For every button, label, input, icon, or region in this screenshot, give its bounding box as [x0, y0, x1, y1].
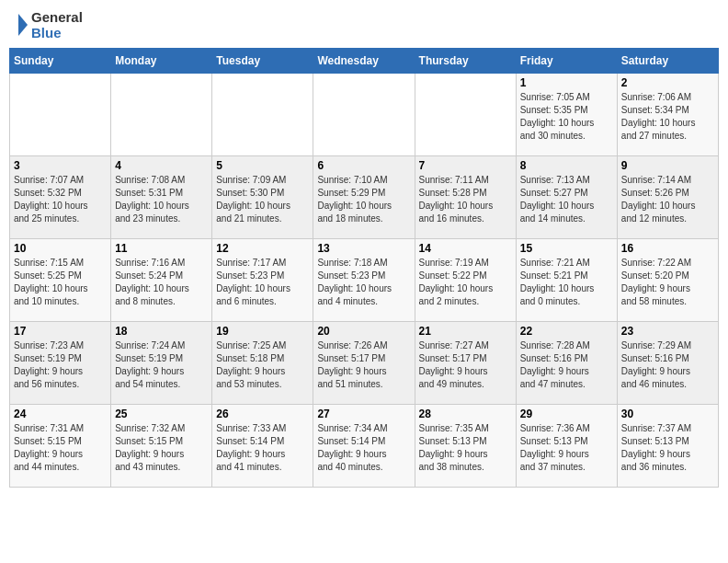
day-info: Sunrise: 7:10 AMSunset: 5:29 PMDaylight:… — [317, 174, 410, 225]
calendar-cell: 30Sunrise: 7:37 AMSunset: 5:13 PMDayligh… — [617, 405, 718, 488]
calendar-cell: 12Sunrise: 7:17 AMSunset: 5:23 PMDayligh… — [212, 239, 313, 322]
day-info: Sunrise: 7:37 AMSunset: 5:13 PMDaylight:… — [621, 422, 714, 474]
week-row-5: 24Sunrise: 7:31 AMSunset: 5:15 PMDayligh… — [10, 405, 719, 488]
day-number: 21 — [419, 325, 512, 338]
day-info: Sunrise: 7:22 AMSunset: 5:20 PMDaylight:… — [621, 257, 714, 308]
day-info: Sunrise: 7:17 AMSunset: 5:23 PMDaylight:… — [216, 257, 309, 308]
logo: General Blue — [9, 9, 83, 40]
day-number: 3 — [14, 159, 107, 172]
calendar-cell: 27Sunrise: 7:34 AMSunset: 5:14 PMDayligh… — [313, 405, 415, 488]
day-number: 24 — [14, 408, 107, 420]
day-number: 7 — [419, 159, 512, 172]
header: General Blue — [9, 9, 719, 40]
weekday-header-thursday: Thursday — [415, 49, 516, 74]
day-number: 13 — [317, 242, 410, 255]
day-info: Sunrise: 7:29 AMSunset: 5:16 PMDaylight:… — [621, 339, 714, 391]
day-number: 14 — [419, 242, 512, 255]
calendar-cell: 20Sunrise: 7:26 AMSunset: 5:17 PMDayligh… — [313, 322, 415, 405]
day-number: 23 — [621, 325, 714, 338]
week-row-2: 3Sunrise: 7:07 AMSunset: 5:32 PMDaylight… — [10, 156, 719, 239]
day-number: 18 — [115, 325, 208, 338]
calendar-cell — [415, 74, 516, 156]
day-number: 16 — [621, 242, 714, 255]
day-info: Sunrise: 7:35 AMSunset: 5:13 PMDaylight:… — [419, 422, 512, 474]
calendar-cell: 22Sunrise: 7:28 AMSunset: 5:16 PMDayligh… — [516, 322, 617, 405]
logo-triangle-icon — [9, 12, 28, 38]
svg-marker-0 — [18, 14, 28, 36]
day-number: 6 — [317, 159, 410, 172]
weekday-header-friday: Friday — [516, 49, 617, 74]
weekday-header-row: SundayMondayTuesdayWednesdayThursdayFrid… — [10, 49, 719, 74]
weekday-header-sunday: Sunday — [10, 49, 111, 74]
day-number: 1 — [520, 76, 613, 89]
calendar: SundayMondayTuesdayWednesdayThursdayFrid… — [9, 48, 719, 488]
calendar-cell: 8Sunrise: 7:13 AMSunset: 5:27 PMDaylight… — [516, 156, 617, 239]
day-number: 28 — [419, 408, 512, 420]
day-info: Sunrise: 7:16 AMSunset: 5:24 PMDaylight:… — [115, 257, 208, 308]
calendar-cell: 15Sunrise: 7:21 AMSunset: 5:21 PMDayligh… — [516, 239, 617, 322]
day-info: Sunrise: 7:19 AMSunset: 5:22 PMDaylight:… — [419, 257, 512, 308]
calendar-cell — [10, 74, 111, 156]
calendar-cell: 28Sunrise: 7:35 AMSunset: 5:13 PMDayligh… — [415, 405, 516, 488]
day-info: Sunrise: 7:09 AMSunset: 5:30 PMDaylight:… — [216, 174, 309, 225]
weekday-header-tuesday: Tuesday — [212, 49, 313, 74]
calendar-cell: 2Sunrise: 7:06 AMSunset: 5:34 PMDaylight… — [617, 74, 718, 156]
calendar-cell: 26Sunrise: 7:33 AMSunset: 5:14 PMDayligh… — [212, 405, 313, 488]
calendar-cell: 18Sunrise: 7:24 AMSunset: 5:19 PMDayligh… — [111, 322, 212, 405]
calendar-cell: 11Sunrise: 7:16 AMSunset: 5:24 PMDayligh… — [111, 239, 212, 322]
calendar-cell: 23Sunrise: 7:29 AMSunset: 5:16 PMDayligh… — [617, 322, 718, 405]
calendar-cell: 19Sunrise: 7:25 AMSunset: 5:18 PMDayligh… — [212, 322, 313, 405]
day-info: Sunrise: 7:14 AMSunset: 5:26 PMDaylight:… — [621, 174, 714, 225]
day-info: Sunrise: 7:23 AMSunset: 5:19 PMDaylight:… — [14, 339, 107, 391]
weekday-header-saturday: Saturday — [617, 49, 718, 74]
day-number: 25 — [115, 408, 208, 420]
day-number: 5 — [216, 159, 309, 172]
day-info: Sunrise: 7:07 AMSunset: 5:32 PMDaylight:… — [14, 174, 107, 225]
day-number: 30 — [621, 408, 714, 420]
day-info: Sunrise: 7:31 AMSunset: 5:15 PMDaylight:… — [14, 422, 107, 474]
day-info: Sunrise: 7:06 AMSunset: 5:34 PMDaylight:… — [621, 91, 714, 143]
day-info: Sunrise: 7:34 AMSunset: 5:14 PMDaylight:… — [317, 422, 410, 474]
day-number: 8 — [520, 159, 613, 172]
calendar-cell: 9Sunrise: 7:14 AMSunset: 5:26 PMDaylight… — [617, 156, 718, 239]
day-number: 29 — [520, 408, 613, 420]
calendar-cell: 10Sunrise: 7:15 AMSunset: 5:25 PMDayligh… — [10, 239, 111, 322]
day-info: Sunrise: 7:33 AMSunset: 5:14 PMDaylight:… — [216, 422, 309, 474]
day-info: Sunrise: 7:15 AMSunset: 5:25 PMDaylight:… — [14, 257, 107, 308]
day-number: 22 — [520, 325, 613, 338]
day-number: 12 — [216, 242, 309, 255]
calendar-cell: 6Sunrise: 7:10 AMSunset: 5:29 PMDaylight… — [313, 156, 415, 239]
day-number: 10 — [14, 242, 107, 255]
week-row-4: 17Sunrise: 7:23 AMSunset: 5:19 PMDayligh… — [10, 322, 719, 405]
calendar-cell: 1Sunrise: 7:05 AMSunset: 5:35 PMDaylight… — [516, 74, 617, 156]
day-info: Sunrise: 7:32 AMSunset: 5:15 PMDaylight:… — [115, 422, 208, 474]
day-info: Sunrise: 7:36 AMSunset: 5:13 PMDaylight:… — [520, 422, 613, 474]
calendar-cell: 17Sunrise: 7:23 AMSunset: 5:19 PMDayligh… — [10, 322, 111, 405]
day-number: 26 — [216, 408, 309, 420]
week-row-3: 10Sunrise: 7:15 AMSunset: 5:25 PMDayligh… — [10, 239, 719, 322]
day-info: Sunrise: 7:13 AMSunset: 5:27 PMDaylight:… — [520, 174, 613, 225]
calendar-cell — [313, 74, 415, 156]
day-number: 9 — [621, 159, 714, 172]
day-info: Sunrise: 7:24 AMSunset: 5:19 PMDaylight:… — [115, 339, 208, 391]
day-number: 15 — [520, 242, 613, 255]
day-number: 20 — [317, 325, 410, 338]
page: General Blue SundayMondayTuesdayWednesda… — [0, 0, 728, 563]
day-info: Sunrise: 7:27 AMSunset: 5:17 PMDaylight:… — [419, 339, 512, 391]
calendar-cell: 29Sunrise: 7:36 AMSunset: 5:13 PMDayligh… — [516, 405, 617, 488]
day-info: Sunrise: 7:21 AMSunset: 5:21 PMDaylight:… — [520, 257, 613, 308]
day-number: 4 — [115, 159, 208, 172]
day-number: 27 — [317, 408, 410, 420]
calendar-cell — [111, 74, 212, 156]
calendar-cell: 3Sunrise: 7:07 AMSunset: 5:32 PMDaylight… — [10, 156, 111, 239]
weekday-header-wednesday: Wednesday — [313, 49, 415, 74]
day-info: Sunrise: 7:25 AMSunset: 5:18 PMDaylight:… — [216, 339, 309, 391]
logo-text-general: General — [31, 9, 83, 25]
day-number: 11 — [115, 242, 208, 255]
day-info: Sunrise: 7:08 AMSunset: 5:31 PMDaylight:… — [115, 174, 208, 225]
day-number: 17 — [14, 325, 107, 338]
calendar-cell: 7Sunrise: 7:11 AMSunset: 5:28 PMDaylight… — [415, 156, 516, 239]
calendar-cell: 14Sunrise: 7:19 AMSunset: 5:22 PMDayligh… — [415, 239, 516, 322]
day-info: Sunrise: 7:05 AMSunset: 5:35 PMDaylight:… — [520, 91, 613, 143]
week-row-1: 1Sunrise: 7:05 AMSunset: 5:35 PMDaylight… — [10, 74, 719, 156]
